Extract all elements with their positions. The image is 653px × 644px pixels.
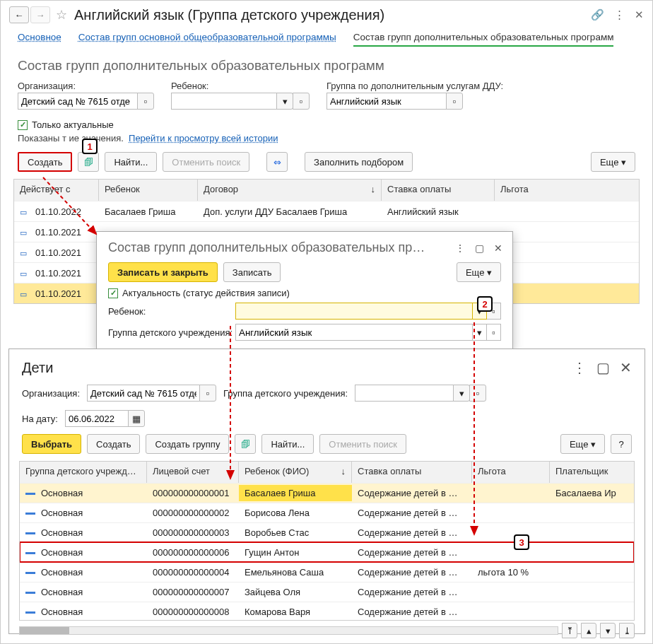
ch-help-button[interactable]: ? xyxy=(611,434,632,454)
calendar-icon[interactable]: ▦ xyxy=(128,410,145,427)
popup-group-dropdown-icon[interactable]: ▾ xyxy=(473,324,487,341)
org-label: Организация: xyxy=(18,81,154,91)
table-row[interactable]: ▭01.10.2022Басалаев ГришаДоп. услуги ДДУ… xyxy=(14,201,639,221)
list-item[interactable]: Основная000000000000007Зайцева ОляСодерж… xyxy=(20,582,634,602)
ch-col-rate[interactable]: Ставка оплаты xyxy=(352,462,472,483)
popup-group-input[interactable] xyxy=(235,324,473,341)
scroll-top-icon[interactable]: ⤒ xyxy=(562,623,577,638)
save-close-button[interactable]: Записать и закрыть xyxy=(108,262,218,282)
ch-col-group[interactable]: Группа детского учрежд… xyxy=(20,462,147,483)
scroll-bottom-icon[interactable]: ⤓ xyxy=(619,623,635,638)
create-button[interactable]: Создать xyxy=(18,152,72,172)
list-item[interactable]: Основная000000000000006Гущин АнтонСодерж… xyxy=(20,542,634,562)
ch-org-open-icon[interactable]: ▫ xyxy=(199,385,216,402)
cancel-search-button[interactable]: Отменить поиск xyxy=(163,152,249,172)
popup-group-open-icon[interactable]: ▫ xyxy=(487,324,501,341)
popup-more-icon[interactable]: ⋮ xyxy=(455,242,465,254)
list-item[interactable]: Основная000000000000008Комарова ВаряСоде… xyxy=(20,602,634,621)
ch-create-group-button[interactable]: Создать группу xyxy=(146,434,229,454)
close-icon[interactable]: ✕ xyxy=(635,8,644,21)
list-item[interactable]: Основная000000000000003Воробьев СтасСоде… xyxy=(20,522,634,542)
col-rate[interactable]: Ставка оплаты xyxy=(382,180,495,201)
org-open-icon[interactable]: ▫ xyxy=(137,93,154,110)
ch-group-dropdown-icon[interactable]: ▾ xyxy=(453,385,470,402)
group-open-icon[interactable]: ▫ xyxy=(446,93,463,110)
tab-main[interactable]: Основное xyxy=(18,32,61,47)
save-button[interactable]: Записать xyxy=(223,262,281,282)
tab-additional-groups[interactable]: Состав групп дополнительных образователь… xyxy=(353,32,614,47)
ch-col-account[interactable]: Лицевой счет xyxy=(147,462,239,483)
ch-find-button[interactable]: Найти... xyxy=(261,434,314,454)
list-item[interactable]: Основная000000000000002Борисова ЛенаСоде… xyxy=(20,503,634,522)
ch-group-open-icon[interactable]: ▫ xyxy=(469,385,486,402)
ch-date-label: На дату: xyxy=(22,414,58,424)
select-button[interactable]: Выбрать xyxy=(22,434,81,454)
h-scrollbar[interactable] xyxy=(19,626,558,635)
popup-child-label: Ребенок: xyxy=(108,306,235,317)
edit-popup: Состав групп дополнительных образователь… xyxy=(96,231,513,350)
ch-more-button[interactable]: Еще ▾ xyxy=(560,434,605,454)
ch-group-label: Группа детского учреждения: xyxy=(223,388,348,399)
col-date[interactable]: Действует с xyxy=(14,180,99,201)
list-item[interactable]: Основная000000000000001Басалаев ГришаСод… xyxy=(20,483,634,503)
popup-actual-label: Актуальность (статус действия записи) xyxy=(122,288,290,298)
group-label: Группа по дополнительным услугам ДДУ: xyxy=(326,81,503,91)
more-icon[interactable]: ⋮ xyxy=(614,8,625,21)
ch-copy-button[interactable]: 🗐 xyxy=(235,434,256,454)
find-button[interactable]: Найти... xyxy=(105,152,157,172)
callout-3: 3 xyxy=(514,534,529,550)
more-button[interactable]: Еще ▾ xyxy=(591,152,635,172)
col-contract[interactable]: Договор↓ xyxy=(198,180,382,201)
popup-group-label: Группа детского учреждения: xyxy=(108,327,235,338)
ch-create-button[interactable]: Создать xyxy=(87,434,140,454)
popup-child-input[interactable] xyxy=(235,303,473,320)
page-title: Английский язык (Группа детского учрежде… xyxy=(74,7,384,23)
tab-main-groups[interactable]: Состав групп основной общеобразовательно… xyxy=(78,32,336,47)
link-icon[interactable]: 🔗 xyxy=(591,8,604,21)
history-text: Показаны т ие значения. xyxy=(18,133,124,144)
ch-col-payer[interactable]: Плательщик xyxy=(550,462,634,483)
section-title: Состав групп дополнительных образователь… xyxy=(1,51,652,78)
children-grid: Группа детского учрежд… Лицевой счет Реб… xyxy=(19,461,635,621)
back-button[interactable]: ← xyxy=(9,6,29,23)
children-max-icon[interactable]: ▢ xyxy=(596,359,610,376)
child-dropdown-icon[interactable]: ▾ xyxy=(276,93,293,110)
fill-button[interactable]: Заполнить подбором xyxy=(305,152,413,172)
ch-date-input[interactable] xyxy=(65,410,129,427)
autofit-button[interactable]: ⇔ xyxy=(266,152,288,172)
scroll-down-icon[interactable]: ▾ xyxy=(600,623,616,638)
history-link[interactable]: Перейти к просмотру всей истории xyxy=(129,133,278,144)
popup-more-button[interactable]: Еще ▾ xyxy=(457,262,501,282)
child-open-icon[interactable]: ▫ xyxy=(293,93,310,110)
children-more-icon[interactable]: ⋮ xyxy=(572,359,587,376)
ch-org-input[interactable] xyxy=(87,385,200,402)
ch-group-input[interactable] xyxy=(355,385,454,402)
list-item[interactable]: Основная000000000000004Емельянова СашаСо… xyxy=(20,562,634,582)
col-benefit[interactable]: Льгота xyxy=(495,180,639,201)
favorite-icon[interactable]: ☆ xyxy=(56,7,67,23)
child-input[interactable] xyxy=(171,93,277,110)
ch-col-benefit[interactable]: Льгота xyxy=(472,462,550,483)
actual-checkbox[interactable]: ✓ xyxy=(18,120,28,130)
scroll-up-icon[interactable]: ▴ xyxy=(581,623,596,638)
group-input[interactable] xyxy=(326,93,447,110)
popup-max-icon[interactable]: ▢ xyxy=(475,242,484,254)
children-title: Дети xyxy=(22,360,53,376)
org-input[interactable] xyxy=(18,93,138,110)
ch-cancel-search-button[interactable]: Отменить поиск xyxy=(319,434,406,454)
popup-actual-checkbox[interactable]: ✓ xyxy=(108,288,118,298)
callout-2: 2 xyxy=(477,296,493,312)
children-close-icon[interactable]: ✕ xyxy=(620,359,632,376)
popup-title: Состав групп дополнительных образователь… xyxy=(108,240,425,255)
ch-org-label: Организация: xyxy=(22,388,80,399)
actual-label: Только актуальные xyxy=(32,119,114,130)
forward-button[interactable]: → xyxy=(30,6,50,23)
callout-1: 1 xyxy=(82,139,98,154)
children-dialog: Дети ⋮ ▢ ✕ Организация: ▫ Группа детског… xyxy=(8,349,645,634)
popup-close-icon[interactable]: ✕ xyxy=(494,242,502,254)
child-label: Ребенок: xyxy=(171,81,310,91)
copy-button[interactable]: 🗐 xyxy=(78,152,99,172)
col-child[interactable]: Ребенок xyxy=(99,180,198,201)
ch-col-name[interactable]: Ребенок (ФИО)↓ xyxy=(239,462,352,483)
